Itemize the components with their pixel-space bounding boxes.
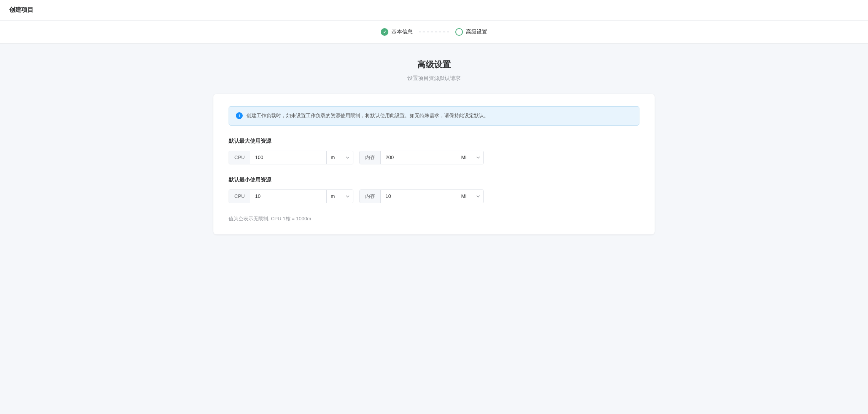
min-memory-input[interactable] xyxy=(381,190,457,203)
max-memory-unit-select[interactable]: Mi Gi xyxy=(457,151,483,164)
min-memory-group: 内存 Mi Gi xyxy=(359,189,484,203)
max-memory-label: 内存 xyxy=(360,151,381,164)
page-header: 创建项目 xyxy=(0,0,868,21)
step-2-circle xyxy=(455,28,463,36)
min-resource-title: 默认最小使用资源 xyxy=(229,177,639,183)
section-subtitle: 设置项目资源默认请求 xyxy=(213,75,655,82)
max-cpu-group: CPU m 核 xyxy=(229,151,353,164)
min-cpu-input[interactable] xyxy=(250,190,326,203)
step-1: 基本信息 xyxy=(381,28,413,36)
max-resource-row: CPU m 核 内存 Mi Gi xyxy=(229,151,639,164)
step-2: 高级设置 xyxy=(455,28,487,36)
step-2-label: 高级设置 xyxy=(466,29,487,35)
info-text: 创建工作负载时，如未设置工作负载的资源使用限制，将默认使用此设置。如无特殊需求，… xyxy=(246,112,489,120)
max-cpu-unit-select[interactable]: m 核 xyxy=(326,151,353,164)
info-icon: i xyxy=(236,112,243,119)
max-cpu-label: CPU xyxy=(229,151,250,164)
section-title: 高级设置 xyxy=(213,59,655,70)
info-banner: i 创建工作负载时，如未设置工作负载的资源使用限制，将默认使用此设置。如无特殊需… xyxy=(229,106,639,126)
note-text: 值为空表示无限制, CPU 1核 = 1000m xyxy=(229,215,639,222)
step-1-label: 基本信息 xyxy=(391,29,413,35)
page-title: 创建项目 xyxy=(9,6,33,13)
min-cpu-group: CPU m 核 xyxy=(229,189,353,203)
min-resource-row: CPU m 核 内存 Mi Gi xyxy=(229,189,639,203)
max-memory-input[interactable] xyxy=(381,151,457,164)
min-memory-unit-select[interactable]: Mi Gi xyxy=(457,190,483,203)
min-resource-section: 默认最小使用资源 CPU m 核 内存 xyxy=(229,177,639,203)
max-cpu-input[interactable] xyxy=(250,151,326,164)
settings-card: i 创建工作负载时，如未设置工作负载的资源使用限制，将默认使用此设置。如无特殊需… xyxy=(213,94,655,234)
min-memory-label: 内存 xyxy=(360,190,381,203)
min-cpu-unit-select[interactable]: m 核 xyxy=(326,190,353,203)
page-container: 创建项目 基本信息 高级设置 高级设置 设置项目资源默认请求 i xyxy=(0,0,868,414)
max-resource-title: 默认最大使用资源 xyxy=(229,138,639,145)
steps-bar: 基本信息 高级设置 xyxy=(0,21,868,44)
step-divider xyxy=(419,32,449,32)
max-memory-group: 内存 Mi Gi xyxy=(359,151,484,164)
max-resource-section: 默认最大使用资源 CPU m 核 内存 xyxy=(229,138,639,164)
step-1-circle xyxy=(381,28,388,36)
min-cpu-label: CPU xyxy=(229,190,250,203)
main-content: 高级设置 设置项目资源默认请求 i 创建工作负载时，如未设置工作负载的资源使用限… xyxy=(206,44,662,250)
steps-container: 基本信息 高级设置 xyxy=(381,28,487,36)
